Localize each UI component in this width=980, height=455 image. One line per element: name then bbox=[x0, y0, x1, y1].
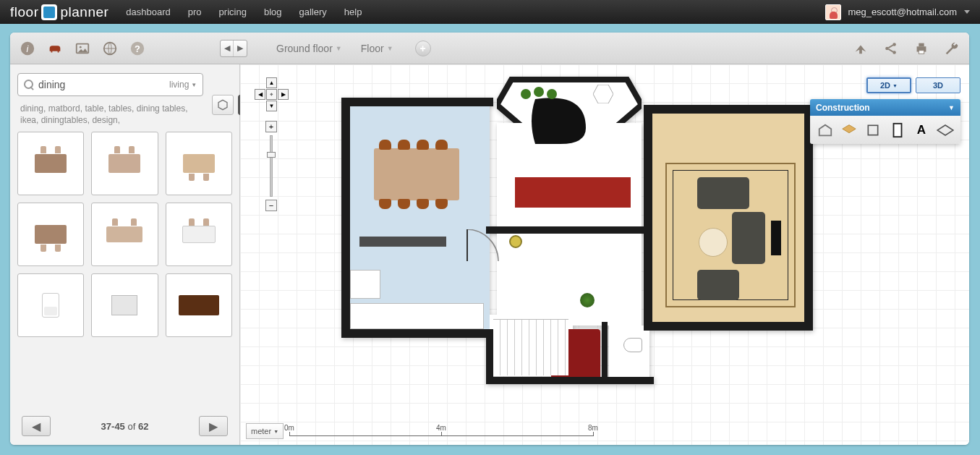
export-icon[interactable] bbox=[851, 38, 871, 59]
furniture-icon[interactable] bbox=[45, 38, 65, 59]
logo-text-2: planner bbox=[60, 4, 108, 20]
floor-selector-2[interactable]: Floor▼ bbox=[361, 43, 393, 54]
chevron-down-icon[interactable]: ▼ bbox=[948, 104, 955, 111]
pager: ◀ 37-45 of 62 ▶ bbox=[17, 409, 232, 439]
logo-icon bbox=[41, 4, 57, 20]
furniture-item[interactable] bbox=[17, 203, 84, 266]
search-icon bbox=[24, 80, 34, 90]
furniture-item[interactable] bbox=[17, 132, 84, 195]
ruler-8: 8m bbox=[588, 424, 598, 432]
nav-gallery[interactable]: gallery bbox=[299, 7, 326, 17]
sidebar: living▼ dining, matbord, table, tables, … bbox=[10, 64, 240, 445]
ruler-0: 0m bbox=[284, 424, 294, 432]
pan-left[interactable]: ◀ bbox=[255, 89, 265, 100]
nav-dashboard[interactable]: dashboard bbox=[126, 7, 170, 17]
user-menu[interactable]: meg_escott@hotmail.com bbox=[825, 4, 970, 20]
user-email: meg_escott@hotmail.com bbox=[848, 7, 957, 17]
construction-title: Construction bbox=[816, 103, 870, 113]
furniture-item[interactable] bbox=[166, 132, 232, 195]
tool-wall-icon[interactable] bbox=[864, 120, 882, 140]
tool-text-label: A bbox=[917, 123, 926, 137]
view-switch: 2D▼ 3D bbox=[866, 77, 960, 93]
view-2d-button[interactable]: 2D▼ bbox=[866, 77, 911, 93]
nav-pricing[interactable]: pricing bbox=[219, 7, 247, 17]
furniture-item[interactable] bbox=[91, 132, 158, 195]
chevron-down-icon: ▼ bbox=[191, 82, 197, 88]
pan-right[interactable]: ▶ bbox=[278, 89, 289, 100]
pager-prev[interactable]: ◀ bbox=[22, 416, 51, 436]
view-3d-label: 3D bbox=[933, 81, 943, 90]
furniture-grid bbox=[17, 132, 232, 337]
tool-floor-icon[interactable] bbox=[840, 120, 858, 140]
view-3d-thumb[interactable] bbox=[212, 95, 234, 115]
svg-point-3 bbox=[80, 46, 82, 48]
filter-label: living bbox=[169, 80, 189, 90]
chevron-down-icon bbox=[964, 10, 970, 14]
tool-surface-icon[interactable] bbox=[937, 120, 955, 140]
svg-rect-12 bbox=[919, 50, 924, 54]
nav-blog[interactable]: blog bbox=[264, 7, 282, 17]
tool-door-icon[interactable] bbox=[888, 120, 906, 140]
nav-prev[interactable]: ◀ bbox=[221, 41, 234, 56]
svg-rect-11 bbox=[919, 43, 924, 46]
svg-rect-19 bbox=[894, 124, 900, 136]
nav-pro[interactable]: pro bbox=[188, 7, 202, 17]
svg-rect-17 bbox=[869, 125, 878, 135]
pan-down[interactable]: ▼ bbox=[266, 101, 277, 111]
nav-links: dashboard pro pricing blog gallery help bbox=[126, 7, 362, 17]
furniture-item[interactable] bbox=[17, 273, 84, 337]
zoom-control: + − bbox=[265, 121, 278, 211]
search-box[interactable]: living▼ bbox=[17, 73, 203, 96]
toolbar: i ? ◀ ▶ Ground floor▼ Floor▼ + bbox=[10, 33, 969, 64]
furniture-item[interactable] bbox=[91, 273, 158, 337]
image-icon[interactable] bbox=[72, 38, 93, 59]
furniture-item[interactable] bbox=[91, 203, 158, 266]
zoom-out[interactable]: − bbox=[265, 200, 277, 211]
view-2d-label: 2D bbox=[880, 81, 890, 90]
floor-selector-1[interactable]: Ground floor▼ bbox=[276, 43, 342, 54]
pager-total: 62 bbox=[138, 421, 148, 432]
view-3d-button[interactable]: 3D bbox=[916, 77, 960, 93]
pan-center[interactable]: ⌖ bbox=[266, 89, 277, 100]
furniture-item[interactable] bbox=[166, 203, 232, 266]
share-icon[interactable] bbox=[881, 38, 901, 59]
search-input[interactable] bbox=[38, 79, 165, 90]
logo[interactable]: floor planner bbox=[10, 4, 108, 20]
pan-up[interactable]: ▲ bbox=[266, 77, 277, 88]
pager-range: 37-45 bbox=[101, 421, 125, 432]
chevron-down-icon: ▼ bbox=[336, 45, 342, 52]
globe-icon[interactable] bbox=[100, 38, 120, 59]
units-label: meter bbox=[251, 427, 271, 435]
chevron-down-icon: ▼ bbox=[892, 83, 898, 88]
add-floor-button[interactable]: + bbox=[415, 41, 431, 56]
floor-plan[interactable] bbox=[341, 76, 877, 394]
tool-text-icon[interactable]: A bbox=[912, 120, 930, 140]
print-icon[interactable] bbox=[911, 38, 932, 59]
help-icon[interactable]: ? bbox=[127, 38, 148, 59]
avatar-icon bbox=[825, 4, 841, 20]
zoom-handle[interactable] bbox=[267, 152, 276, 158]
floor-label-2: Floor bbox=[361, 43, 384, 54]
ruler-4: 4m bbox=[436, 424, 446, 432]
chevron-down-icon: ▼ bbox=[273, 429, 278, 434]
app-card: i ? ◀ ▶ Ground floor▼ Floor▼ + bbox=[10, 33, 969, 445]
pager-next[interactable]: ▶ bbox=[199, 416, 228, 436]
nav-next[interactable]: ▶ bbox=[234, 41, 247, 56]
undo-redo: ◀ ▶ bbox=[220, 40, 247, 57]
topbar: floor planner dashboard pro pricing blog… bbox=[0, 0, 980, 24]
canvas[interactable]: First design loaded bbox=[240, 64, 969, 445]
units-select[interactable]: meter▼ bbox=[246, 423, 284, 439]
pager-of: of bbox=[127, 421, 135, 432]
tool-room-icon[interactable] bbox=[816, 120, 834, 140]
zoom-in[interactable]: + bbox=[265, 121, 277, 132]
ruler: 0m 4m 8m bbox=[289, 423, 600, 436]
wrench-icon[interactable] bbox=[942, 38, 962, 59]
construction-panel: Construction▼ A bbox=[810, 99, 960, 144]
search-tags: dining, matbord, table, tables, dining t… bbox=[20, 103, 200, 126]
furniture-item[interactable] bbox=[166, 273, 232, 337]
info-icon[interactable]: i bbox=[17, 38, 38, 59]
chevron-down-icon: ▼ bbox=[387, 45, 393, 52]
nav-help[interactable]: help bbox=[344, 7, 362, 17]
filter-select[interactable]: living▼ bbox=[169, 80, 197, 90]
zoom-track[interactable] bbox=[270, 135, 273, 197]
